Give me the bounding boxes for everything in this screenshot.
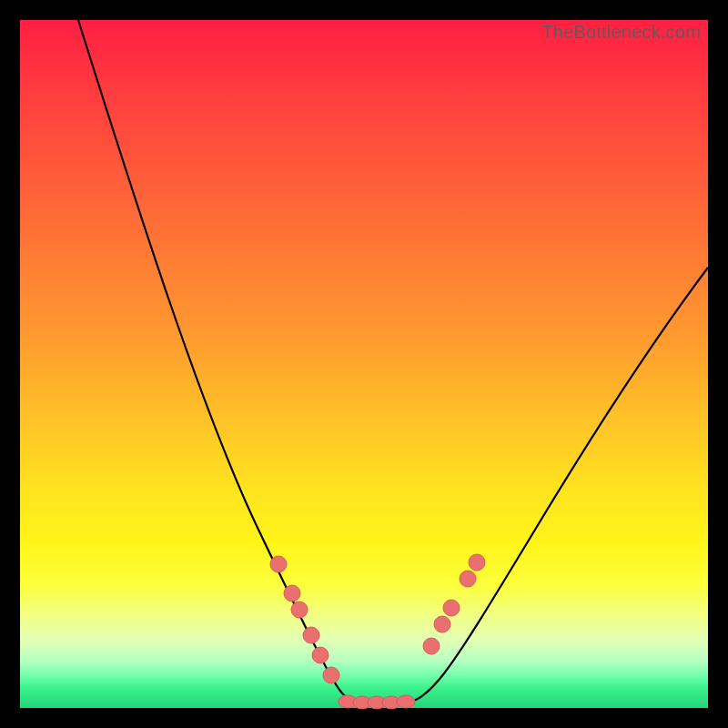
marker-dot — [469, 554, 485, 571]
right-curve — [399, 268, 708, 703]
left-curve — [78, 20, 366, 703]
marker-dot — [423, 638, 440, 654]
chart-frame: TheBottleneck.com — [0, 0, 728, 728]
marker-dot — [323, 667, 339, 683]
marker-dot — [291, 602, 308, 618]
marker-dot — [397, 695, 415, 708]
marker-dot — [460, 571, 476, 587]
marker-dot — [284, 585, 300, 602]
marker-dot — [303, 627, 319, 643]
marker-dot — [312, 647, 329, 663]
marker-dot — [443, 600, 460, 616]
marker-dot — [434, 616, 450, 632]
curve-layer — [20, 20, 708, 708]
marker-dot — [270, 556, 287, 572]
plot-area: TheBottleneck.com — [20, 20, 708, 708]
